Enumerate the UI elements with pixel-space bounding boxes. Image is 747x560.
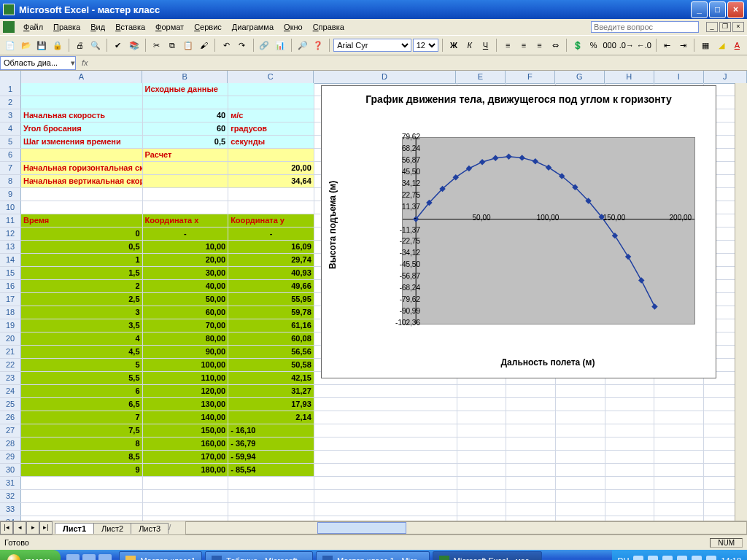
cell[interactable]: 17,93 (228, 398, 314, 411)
cell[interactable]: 30,00 (143, 267, 229, 279)
row-header[interactable]: 11 (0, 214, 21, 227)
cell[interactable]: Начальная горизонтальная скорость (21, 162, 143, 174)
cell[interactable] (605, 464, 655, 476)
cell[interactable]: 59,78 (228, 306, 314, 319)
cell[interactable] (314, 516, 457, 521)
cell[interactable] (654, 451, 704, 463)
row-header[interactable]: 27 (0, 424, 21, 437)
cell[interactable]: 20,00 (228, 162, 314, 174)
print-icon[interactable]: 🖨 (73, 37, 88, 53)
cell[interactable] (143, 490, 229, 502)
cell[interactable] (143, 503, 229, 516)
cell[interactable]: Расчет (143, 149, 229, 161)
row-header[interactable]: 14 (0, 254, 21, 266)
open-icon[interactable]: 📂 (19, 37, 34, 53)
cell[interactable] (605, 438, 655, 450)
cell[interactable] (654, 477, 704, 489)
tray-icon[interactable] (648, 556, 658, 560)
cell[interactable]: 2,5 (21, 293, 143, 306)
align-right-icon[interactable]: ≡ (533, 37, 547, 53)
cell[interactable]: 4,5 (21, 346, 143, 358)
cell[interactable]: 140,00 (143, 411, 229, 424)
cell[interactable]: 8,5 (21, 451, 143, 463)
cell[interactable]: 9 (21, 464, 143, 476)
preview-icon[interactable]: 🔍 (88, 37, 103, 53)
row-header[interactable]: 26 (0, 411, 21, 424)
cell[interactable] (228, 490, 314, 502)
row-header[interactable]: 28 (0, 438, 21, 450)
help-question-input[interactable] (591, 21, 699, 33)
menu-Вид[interactable]: Вид (86, 21, 109, 33)
cell[interactable] (605, 385, 655, 397)
cell[interactable] (314, 424, 457, 437)
row-header[interactable]: 29 (0, 451, 21, 463)
borders-icon[interactable]: ▦ (698, 37, 713, 53)
col-header-D[interactable]: D (314, 71, 456, 83)
cell[interactable] (143, 516, 229, 521)
cell[interactable] (654, 516, 704, 521)
menu-Сервис[interactable]: Сервис (190, 21, 226, 33)
cell[interactable] (506, 464, 556, 476)
cell[interactable] (143, 201, 229, 214)
cell[interactable] (143, 477, 229, 489)
cell[interactable]: секунды (228, 136, 314, 148)
cell[interactable] (506, 438, 556, 450)
cell[interactable] (506, 424, 556, 437)
row-header[interactable]: 9 (0, 188, 21, 201)
cell[interactable]: 5 (21, 359, 143, 371)
cell[interactable] (314, 438, 457, 450)
cell[interactable]: Координата x (143, 214, 229, 227)
row-header[interactable]: 22 (0, 359, 21, 371)
tab-nav-prev[interactable]: ◂ (13, 521, 26, 534)
cell[interactable] (314, 385, 457, 397)
cell[interactable] (21, 149, 143, 161)
row-header[interactable]: 10 (0, 201, 21, 214)
cell[interactable] (21, 201, 143, 214)
chart-icon[interactable]: 📊 (273, 37, 287, 53)
save-icon[interactable]: 💾 (34, 37, 49, 53)
row-header[interactable]: 34 (0, 516, 21, 521)
cell[interactable] (228, 149, 314, 161)
menu-Правка[interactable]: Правка (49, 21, 85, 33)
format-painter-icon[interactable]: 🖌 (197, 37, 212, 53)
cell[interactable] (605, 490, 655, 502)
cell[interactable] (457, 477, 507, 489)
tray-icon[interactable] (662, 556, 673, 560)
cell[interactable]: - (228, 228, 314, 240)
cell[interactable] (314, 490, 457, 502)
cell[interactable]: 50,58 (228, 359, 314, 371)
select-all-cell[interactable] (0, 71, 21, 83)
window-close-button[interactable]: × (727, 1, 744, 18)
tray-icon[interactable] (706, 556, 716, 560)
cell[interactable] (457, 438, 507, 450)
merge-center-icon[interactable]: ⇔ (548, 37, 562, 53)
row-header[interactable]: 33 (0, 503, 21, 516)
cell[interactable] (21, 477, 143, 489)
row-header[interactable]: 16 (0, 280, 21, 292)
cell[interactable] (314, 503, 457, 516)
cell[interactable] (506, 477, 556, 489)
cell[interactable] (457, 398, 507, 411)
cell[interactable]: 60,00 (143, 306, 229, 319)
cell[interactable]: 4 (21, 332, 143, 345)
menu-Вставка[interactable]: Вставка (111, 21, 150, 33)
sheet-tab-Лист2[interactable]: Лист2 (93, 523, 131, 534)
cell[interactable]: 29,74 (228, 254, 314, 266)
align-left-icon[interactable]: ≡ (500, 37, 515, 53)
cell[interactable]: - 59,94 (228, 451, 314, 463)
col-header-A[interactable]: A (21, 71, 142, 83)
undo-icon[interactable]: ↶ (219, 37, 233, 53)
vertical-scrollbar[interactable] (735, 83, 747, 521)
paste-icon[interactable]: 📋 (181, 37, 196, 53)
cell[interactable]: 0,5 (21, 241, 143, 253)
cell[interactable]: 8 (21, 438, 143, 450)
new-icon[interactable]: 📄 (3, 37, 18, 53)
cell[interactable]: Начальная вертикальная скорость (21, 175, 143, 187)
cell[interactable]: 6,5 (21, 398, 143, 411)
cell[interactable] (654, 398, 704, 411)
row-header[interactable]: 19 (0, 319, 21, 332)
row-header[interactable]: 20 (0, 332, 21, 345)
cell[interactable] (556, 385, 605, 397)
col-header-I[interactable]: I (654, 71, 704, 83)
cell[interactable]: 16,09 (228, 241, 314, 253)
